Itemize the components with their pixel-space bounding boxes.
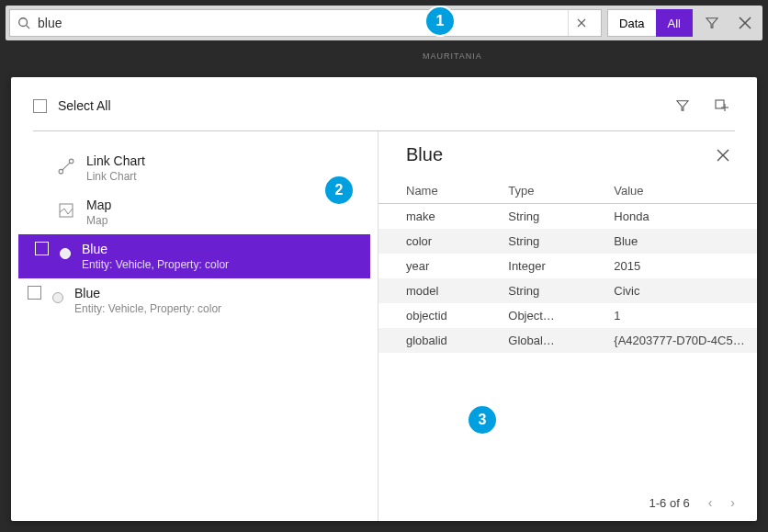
search-input[interactable] xyxy=(38,16,560,30)
callout-badge-2: 2 xyxy=(323,175,355,206)
panel-filter-button[interactable] xyxy=(669,92,696,119)
select-all-checkbox[interactable] xyxy=(33,99,47,113)
pager-prev[interactable]: ‹ xyxy=(708,495,713,510)
search-bar: Data All xyxy=(6,6,762,40)
svg-marker-4 xyxy=(706,18,717,28)
pager-text: 1-6 of 6 xyxy=(649,496,690,510)
svg-point-0 xyxy=(19,18,28,27)
cell-type: String xyxy=(490,278,595,303)
properties-table: Name Type Value makeStringHondacolorStri… xyxy=(378,178,757,353)
map-icon xyxy=(57,201,75,220)
result-subtitle: Link Chart xyxy=(86,170,145,183)
cell-value: 2015 xyxy=(595,254,757,278)
cell-name: objectid xyxy=(378,303,490,328)
close-detail-button[interactable] xyxy=(717,149,729,162)
search-icon xyxy=(17,17,30,29)
result-map[interactable]: Map Map xyxy=(11,190,378,234)
col-name: Name xyxy=(378,178,490,204)
filter-button[interactable] xyxy=(698,9,726,37)
col-type: Type xyxy=(490,178,595,204)
callout-badge-1: 1 xyxy=(424,6,456,37)
cell-name: model xyxy=(378,278,490,303)
result-title: Blue xyxy=(82,242,229,256)
result-subtitle: Entity: Vehicle, Property: color xyxy=(82,258,229,271)
col-value: Value xyxy=(595,178,757,204)
pager-next[interactable]: › xyxy=(730,495,735,510)
map-country-label: MAURITANIA xyxy=(423,51,482,61)
search-scope-toggle: Data All xyxy=(607,9,693,37)
add-to-button[interactable] xyxy=(707,92,735,119)
cell-name: make xyxy=(378,204,490,230)
toggle-all[interactable]: All xyxy=(656,9,693,37)
result-checkbox[interactable] xyxy=(35,242,49,255)
entity-dot-icon xyxy=(60,248,71,259)
entity-dot-icon xyxy=(52,292,63,303)
link-chart-icon xyxy=(57,157,75,175)
table-row[interactable]: yearInteger2015 xyxy=(378,254,757,278)
result-title: Blue xyxy=(74,286,221,300)
clear-search-button[interactable] xyxy=(568,10,593,36)
svg-marker-7 xyxy=(677,101,688,111)
cell-value: Blue xyxy=(595,229,757,254)
pager: 1-6 of 6 ‹ › xyxy=(649,495,735,510)
cell-value: 1 xyxy=(595,303,757,328)
cell-type: String xyxy=(490,229,595,254)
result-subtitle: Entity: Vehicle, Property: color xyxy=(74,302,221,315)
search-input-wrap[interactable] xyxy=(9,9,602,37)
result-checkbox[interactable] xyxy=(28,286,41,300)
result-title: Link Chart xyxy=(86,153,145,168)
cell-name: globalid xyxy=(378,328,490,353)
svg-point-12 xyxy=(69,159,73,164)
result-blue-selected[interactable]: Blue Entity: Vehicle, Property: color xyxy=(18,234,370,278)
detail-pane: Blue Name Type Value makeStringHondacolo… xyxy=(378,131,757,521)
result-subtitle: Map xyxy=(86,214,111,227)
panel-body: Link Chart Link Chart Map Map Blue En xyxy=(11,131,757,521)
table-row[interactable]: objectidObject…1 xyxy=(378,303,757,328)
cell-value: {A4203777-D70D-4C5C-9A65-C… xyxy=(595,328,757,353)
result-title: Map xyxy=(86,198,111,212)
cell-type: String xyxy=(490,204,595,230)
cell-value: Honda xyxy=(595,204,757,230)
table-row[interactable]: makeStringHonda xyxy=(378,204,757,230)
result-blue[interactable]: Blue Entity: Vehicle, Property: color xyxy=(11,278,378,323)
cell-value: Civic xyxy=(595,278,757,303)
cell-name: color xyxy=(378,229,490,254)
callout-badge-3: 3 xyxy=(467,404,498,436)
select-all-label: Select All xyxy=(58,98,111,113)
results-panel: Select All Link Chart Link Chart xyxy=(11,77,757,521)
cell-type: Global… xyxy=(490,328,595,353)
table-row[interactable]: modelStringCivic xyxy=(378,278,757,303)
close-search-button[interactable] xyxy=(731,9,759,37)
detail-title: Blue xyxy=(406,144,443,165)
panel-header: Select All xyxy=(11,77,757,130)
cell-type: Object… xyxy=(490,303,595,328)
svg-line-13 xyxy=(62,163,70,170)
cell-type: Integer xyxy=(490,254,595,278)
toggle-data[interactable]: Data xyxy=(607,9,655,37)
table-row[interactable]: colorStringBlue xyxy=(378,229,757,254)
result-link-chart[interactable]: Link Chart Link Chart xyxy=(11,146,378,190)
table-row[interactable]: globalidGlobal…{A4203777-D70D-4C5C-9A65-… xyxy=(378,328,757,353)
svg-point-11 xyxy=(59,169,63,174)
svg-line-1 xyxy=(27,26,30,29)
cell-name: year xyxy=(378,254,490,278)
